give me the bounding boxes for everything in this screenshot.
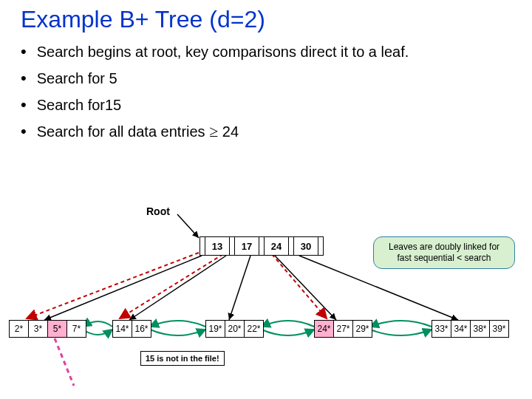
leaf-2: 14* 16* [112,320,151,338]
leaf-cell: 7* [66,320,86,338]
leaf-1: 2* 3* 5* 7* [9,320,86,338]
bullet-4-pre: Search for all data entries [37,123,209,140]
leaf-cell: 2* [9,320,29,338]
root-ptr [200,237,205,255]
note-box: 15 is not in the file! [140,351,225,366]
leaf-cell: 33* [432,320,451,338]
bullet-3: Search for15 [21,95,532,115]
bullet-4: Search for all data entries ≥ 24 [21,122,532,141]
svg-line-0 [177,214,199,238]
tree-diagram: Root 13 17 24 30 2* 3* 5* 7* 14* 16* 19*… [0,192,532,399]
leaf-cell: 19* [205,320,225,338]
svg-line-8 [272,254,327,318]
leaf-cell: 16* [132,320,151,338]
leaf-cell: 27* [333,320,353,338]
leaf-cell: 22* [244,320,264,338]
svg-line-9 [55,338,74,386]
bullet-1-text: Search begins at root, key comparisons d… [37,44,409,61]
svg-line-7 [120,254,223,318]
bullet-1: Search begins at root, key comparisons d… [21,42,532,61]
leaf-3: 19* 20* 22* [205,320,264,338]
root-ptr [289,237,294,255]
leaf-cell: 29* [352,320,372,338]
root-node: 13 17 24 30 [200,236,324,256]
bullet-3-text: Search for15 [37,97,122,114]
svg-line-2 [129,256,226,320]
leaf-cell: 14* [112,320,132,338]
root-label: Root [146,205,170,217]
ge-symbol: ≥ [209,122,218,140]
root-ptr [259,237,265,255]
leaf-cell: 39* [489,320,509,338]
bullet-2: Search for 5 [21,69,532,88]
leaf-cell-highlight: 5* [47,320,67,338]
svg-line-6 [27,253,199,318]
leaf-cell-highlight: 24* [314,320,334,338]
root-key-3: 24 [265,237,289,255]
leaf-cell: 20* [225,320,245,338]
leaf-cell: 38* [470,320,490,338]
diagram-arrows [0,192,532,399]
bullet-4-post: 24 [218,123,239,140]
svg-line-3 [229,256,250,320]
svg-line-1 [44,256,202,320]
root-ptr [230,237,235,255]
bullet-2-text: Search for 5 [37,70,117,87]
callout-line2: fast sequential < search [381,253,507,264]
bullet-list: Search begins at root, key comparisons d… [21,42,532,141]
callout-box: Leaves are doubly linked for fast sequen… [373,236,515,269]
leaf-cell: 3* [28,320,48,338]
callout-line1: Leaves are doubly linked for [381,242,507,253]
root-ptr [318,237,323,255]
leaf-5: 33* 34* 38* 39* [432,320,509,338]
root-key-1: 13 [205,237,230,255]
page-title: Example B+ Tree (d=2) [21,6,532,33]
bullet-4-text: Search for all data entries ≥ 24 [37,122,239,141]
root-key-2: 17 [235,237,259,255]
leaf-cell: 34* [451,320,471,338]
root-key-4: 30 [294,237,318,255]
svg-line-4 [275,256,336,320]
leaf-4: 24* 27* 29* [314,320,372,338]
